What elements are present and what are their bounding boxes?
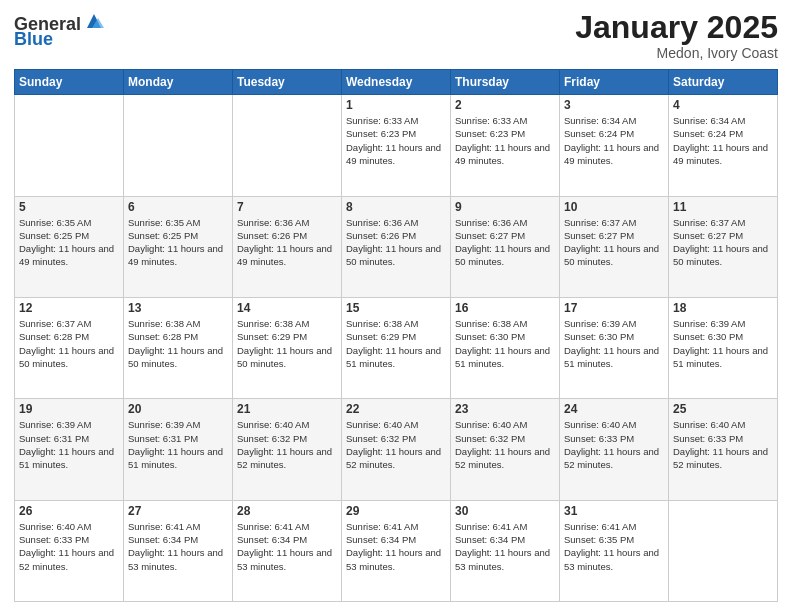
day-number: 17 [564,301,664,315]
table-row: 4Sunrise: 6:34 AMSunset: 6:24 PMDaylight… [669,95,778,196]
col-saturday: Saturday [669,70,778,95]
day-number: 29 [346,504,446,518]
table-row: 15Sunrise: 6:38 AMSunset: 6:29 PMDayligh… [342,297,451,398]
table-row: 18Sunrise: 6:39 AMSunset: 6:30 PMDayligh… [669,297,778,398]
table-row: 10Sunrise: 6:37 AMSunset: 6:27 PMDayligh… [560,196,669,297]
day-info: Sunrise: 6:41 AMSunset: 6:34 PMDaylight:… [128,520,228,573]
table-row: 8Sunrise: 6:36 AMSunset: 6:26 PMDaylight… [342,196,451,297]
day-info: Sunrise: 6:35 AMSunset: 6:25 PMDaylight:… [128,216,228,269]
day-number: 31 [564,504,664,518]
logo: General Blue [14,14,105,50]
location-subtitle: Medon, Ivory Coast [575,45,778,61]
day-number: 27 [128,504,228,518]
day-number: 14 [237,301,337,315]
day-number: 15 [346,301,446,315]
day-info: Sunrise: 6:36 AMSunset: 6:26 PMDaylight:… [237,216,337,269]
day-info: Sunrise: 6:41 AMSunset: 6:35 PMDaylight:… [564,520,664,573]
day-number: 20 [128,402,228,416]
table-row: 23Sunrise: 6:40 AMSunset: 6:32 PMDayligh… [451,399,560,500]
day-info: Sunrise: 6:39 AMSunset: 6:30 PMDaylight:… [564,317,664,370]
calendar-week-row: 5Sunrise: 6:35 AMSunset: 6:25 PMDaylight… [15,196,778,297]
day-info: Sunrise: 6:39 AMSunset: 6:31 PMDaylight:… [128,418,228,471]
day-number: 1 [346,98,446,112]
calendar-week-row: 12Sunrise: 6:37 AMSunset: 6:28 PMDayligh… [15,297,778,398]
col-friday: Friday [560,70,669,95]
col-thursday: Thursday [451,70,560,95]
table-row: 28Sunrise: 6:41 AMSunset: 6:34 PMDayligh… [233,500,342,601]
table-row: 6Sunrise: 6:35 AMSunset: 6:25 PMDaylight… [124,196,233,297]
title-block: January 2025 Medon, Ivory Coast [575,10,778,61]
day-number: 28 [237,504,337,518]
day-info: Sunrise: 6:33 AMSunset: 6:23 PMDaylight:… [455,114,555,167]
day-info: Sunrise: 6:40 AMSunset: 6:33 PMDaylight:… [19,520,119,573]
day-number: 24 [564,402,664,416]
table-row: 2Sunrise: 6:33 AMSunset: 6:23 PMDaylight… [451,95,560,196]
day-number: 30 [455,504,555,518]
day-number: 21 [237,402,337,416]
day-info: Sunrise: 6:36 AMSunset: 6:27 PMDaylight:… [455,216,555,269]
logo-icon [83,10,105,32]
day-info: Sunrise: 6:34 AMSunset: 6:24 PMDaylight:… [564,114,664,167]
day-info: Sunrise: 6:37 AMSunset: 6:27 PMDaylight:… [673,216,773,269]
day-number: 10 [564,200,664,214]
day-number: 26 [19,504,119,518]
table-row: 27Sunrise: 6:41 AMSunset: 6:34 PMDayligh… [124,500,233,601]
day-info: Sunrise: 6:39 AMSunset: 6:30 PMDaylight:… [673,317,773,370]
day-number: 7 [237,200,337,214]
day-info: Sunrise: 6:40 AMSunset: 6:32 PMDaylight:… [346,418,446,471]
day-number: 16 [455,301,555,315]
logo-blue-text: Blue [14,29,53,50]
day-info: Sunrise: 6:34 AMSunset: 6:24 PMDaylight:… [673,114,773,167]
day-info: Sunrise: 6:41 AMSunset: 6:34 PMDaylight:… [455,520,555,573]
table-row: 9Sunrise: 6:36 AMSunset: 6:27 PMDaylight… [451,196,560,297]
table-row: 20Sunrise: 6:39 AMSunset: 6:31 PMDayligh… [124,399,233,500]
table-row: 12Sunrise: 6:37 AMSunset: 6:28 PMDayligh… [15,297,124,398]
col-monday: Monday [124,70,233,95]
day-number: 12 [19,301,119,315]
table-row: 1Sunrise: 6:33 AMSunset: 6:23 PMDaylight… [342,95,451,196]
day-info: Sunrise: 6:39 AMSunset: 6:31 PMDaylight:… [19,418,119,471]
day-info: Sunrise: 6:40 AMSunset: 6:32 PMDaylight:… [237,418,337,471]
day-info: Sunrise: 6:40 AMSunset: 6:33 PMDaylight:… [673,418,773,471]
day-info: Sunrise: 6:37 AMSunset: 6:28 PMDaylight:… [19,317,119,370]
calendar-week-row: 1Sunrise: 6:33 AMSunset: 6:23 PMDaylight… [15,95,778,196]
month-title: January 2025 [575,10,778,45]
table-row: 7Sunrise: 6:36 AMSunset: 6:26 PMDaylight… [233,196,342,297]
day-info: Sunrise: 6:40 AMSunset: 6:33 PMDaylight:… [564,418,664,471]
table-row: 3Sunrise: 6:34 AMSunset: 6:24 PMDaylight… [560,95,669,196]
table-row [15,95,124,196]
day-info: Sunrise: 6:37 AMSunset: 6:27 PMDaylight:… [564,216,664,269]
table-row [233,95,342,196]
table-row: 29Sunrise: 6:41 AMSunset: 6:34 PMDayligh… [342,500,451,601]
day-number: 5 [19,200,119,214]
page: General Blue January 2025 Medon, Ivory C… [0,0,792,612]
day-info: Sunrise: 6:33 AMSunset: 6:23 PMDaylight:… [346,114,446,167]
day-number: 13 [128,301,228,315]
col-wednesday: Wednesday [342,70,451,95]
day-info: Sunrise: 6:41 AMSunset: 6:34 PMDaylight:… [346,520,446,573]
header: General Blue January 2025 Medon, Ivory C… [14,10,778,61]
calendar-week-row: 26Sunrise: 6:40 AMSunset: 6:33 PMDayligh… [15,500,778,601]
calendar-table: Sunday Monday Tuesday Wednesday Thursday… [14,69,778,602]
table-row [669,500,778,601]
day-info: Sunrise: 6:41 AMSunset: 6:34 PMDaylight:… [237,520,337,573]
day-info: Sunrise: 6:38 AMSunset: 6:29 PMDaylight:… [346,317,446,370]
table-row: 30Sunrise: 6:41 AMSunset: 6:34 PMDayligh… [451,500,560,601]
day-number: 9 [455,200,555,214]
table-row: 26Sunrise: 6:40 AMSunset: 6:33 PMDayligh… [15,500,124,601]
table-row: 5Sunrise: 6:35 AMSunset: 6:25 PMDaylight… [15,196,124,297]
day-number: 22 [346,402,446,416]
day-number: 6 [128,200,228,214]
table-row: 22Sunrise: 6:40 AMSunset: 6:32 PMDayligh… [342,399,451,500]
table-row: 19Sunrise: 6:39 AMSunset: 6:31 PMDayligh… [15,399,124,500]
day-info: Sunrise: 6:36 AMSunset: 6:26 PMDaylight:… [346,216,446,269]
table-row: 25Sunrise: 6:40 AMSunset: 6:33 PMDayligh… [669,399,778,500]
table-row: 24Sunrise: 6:40 AMSunset: 6:33 PMDayligh… [560,399,669,500]
day-info: Sunrise: 6:38 AMSunset: 6:29 PMDaylight:… [237,317,337,370]
table-row: 17Sunrise: 6:39 AMSunset: 6:30 PMDayligh… [560,297,669,398]
day-info: Sunrise: 6:35 AMSunset: 6:25 PMDaylight:… [19,216,119,269]
day-info: Sunrise: 6:38 AMSunset: 6:28 PMDaylight:… [128,317,228,370]
table-row: 16Sunrise: 6:38 AMSunset: 6:30 PMDayligh… [451,297,560,398]
day-number: 23 [455,402,555,416]
day-info: Sunrise: 6:38 AMSunset: 6:30 PMDaylight:… [455,317,555,370]
